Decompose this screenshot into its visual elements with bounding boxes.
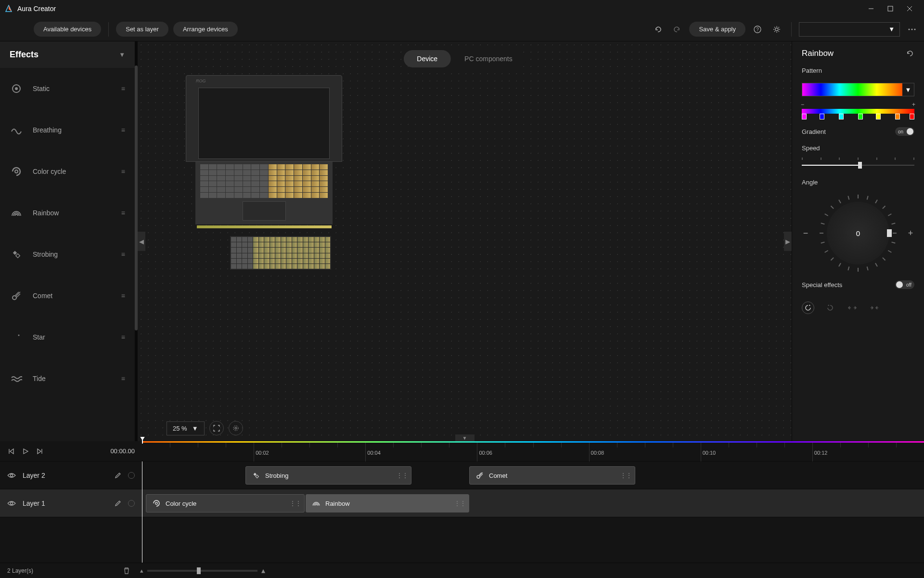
gradient-stop[interactable] [895, 114, 900, 119]
special-effects-toggle[interactable]: off [895, 280, 914, 289]
device-keyboard[interactable] [230, 236, 331, 270]
effect-tide[interactable]: Tide≡ [0, 358, 135, 399]
collapse-left-button[interactable]: ◀ [138, 232, 145, 251]
effect-rainbow[interactable]: Rainbow≡ [0, 192, 135, 234]
effect-label: Star [33, 333, 112, 341]
minus-button[interactable]: − [801, 101, 804, 108]
effect-breathing[interactable]: Breathing≡ [0, 109, 135, 151]
undo-button[interactable] [651, 22, 665, 37]
clip-handle-icon[interactable]: ⋮⋮ [620, 472, 632, 479]
layer-track[interactable]: Color cycle⋮⋮Rainbow⋮⋮ [142, 489, 924, 517]
tab-device[interactable]: Device [403, 50, 451, 67]
angle-minus-button[interactable]: − [802, 228, 809, 238]
clip-comet[interactable]: Comet⋮⋮ [469, 466, 635, 485]
effect-comet[interactable]: Comet≡ [0, 275, 135, 316]
clip-colorcycle[interactable]: Color cycle⋮⋮ [146, 494, 305, 512]
clip-handle-icon[interactable]: ⋮⋮ [290, 500, 301, 507]
clip-rainbow[interactable]: Rainbow⋮⋮ [306, 494, 469, 512]
next-button[interactable] [36, 447, 44, 455]
layer-track[interactable]: Strobing⋮⋮Comet⋮⋮ [142, 461, 924, 489]
svg-point-24 [155, 502, 158, 505]
help-button[interactable]: ? [750, 22, 765, 37]
drag-handle-icon[interactable]: ≡ [121, 168, 125, 175]
prev-button[interactable] [7, 447, 15, 455]
effect-star[interactable]: Star≡ [0, 316, 135, 358]
layer-color-dot[interactable] [128, 500, 135, 507]
angle-dial[interactable]: 0 [820, 195, 897, 272]
timeline-ruler[interactable]: 00:0200:0400:0600:0800:1000:1200:1 [142, 441, 924, 461]
plus-button[interactable]: + [912, 101, 915, 108]
clip-handle-icon[interactable]: ⋮⋮ [454, 500, 466, 507]
effects-header[interactable]: Effects ▼ [0, 41, 135, 68]
settings-button[interactable] [770, 22, 784, 37]
gradient-toggle[interactable]: on [895, 127, 914, 136]
effect-label: Rainbow [33, 209, 112, 217]
arrange-devices-button[interactable]: Arrange devices [173, 22, 238, 37]
drag-handle-icon[interactable]: ≡ [121, 209, 125, 217]
center-button[interactable] [229, 421, 243, 435]
maximize-button[interactable] [881, 0, 900, 17]
special-effects-label: Special effects [802, 281, 842, 289]
clip-label: Comet [489, 472, 507, 479]
pattern-gradient-select[interactable]: ▼ [802, 83, 914, 96]
gradient-stop[interactable] [839, 114, 844, 119]
effect-colorcycle[interactable]: Color cycle≡ [0, 151, 135, 192]
gradient-stop[interactable] [910, 114, 914, 119]
clip-label: Color cycle [166, 500, 196, 507]
available-devices-button[interactable]: Available devices [34, 22, 101, 37]
fit-screen-button[interactable] [209, 421, 224, 435]
visibility-toggle[interactable] [7, 500, 16, 507]
edit-layer-button[interactable] [115, 472, 121, 479]
preset-select[interactable]: ▼ [799, 22, 900, 37]
gradient-stop[interactable] [820, 114, 824, 119]
drag-handle-icon[interactable]: ≡ [121, 292, 125, 300]
play-button[interactable] [22, 447, 29, 455]
delete-layer-button[interactable] [123, 567, 130, 575]
expand-horizontal-icon[interactable] [846, 302, 859, 314]
zoom-select[interactable]: 25 %▼ [167, 421, 205, 435]
drag-handle-icon[interactable]: ≡ [121, 375, 125, 382]
canvas[interactable]: Device PC components ROG ◀ ▶ 25 %▼ ▼ [138, 41, 792, 441]
collapse-horizontal-icon[interactable] [868, 302, 881, 314]
device-laptop[interactable]: ROG [186, 75, 342, 224]
effect-strobing[interactable]: Strobing≡ [0, 234, 135, 275]
collapse-right-button[interactable]: ▶ [784, 232, 792, 251]
rotate-ccw-icon[interactable] [824, 302, 836, 314]
gradient-stop[interactable] [858, 114, 863, 119]
timeline-layer-row[interactable]: Layer 2Strobing⋮⋮Comet⋮⋮ [0, 461, 924, 489]
rotate-cw-icon[interactable] [802, 302, 814, 314]
reset-button[interactable] [906, 49, 914, 58]
speed-slider[interactable] [802, 160, 914, 170]
zoom-in-icon[interactable]: ▴ [261, 566, 265, 575]
gradient-stops[interactable]: − + [802, 105, 914, 118]
clip-strobing[interactable]: Strobing⋮⋮ [245, 466, 411, 485]
timeline-layer-row[interactable]: Layer 1Color cycle⋮⋮Rainbow⋮⋮ [0, 489, 924, 517]
drag-handle-icon[interactable]: ≡ [121, 333, 125, 341]
clip-handle-icon[interactable]: ⋮⋮ [397, 472, 408, 479]
tab-pc-components[interactable]: PC components [451, 50, 526, 67]
drag-handle-icon[interactable]: ≡ [121, 126, 125, 134]
effect-static[interactable]: Static≡ [0, 68, 135, 109]
set-as-layer-button[interactable]: Set as layer [116, 22, 168, 37]
close-button[interactable] [900, 0, 919, 17]
layer-color-dot[interactable] [128, 472, 135, 479]
collapse-bottom-button[interactable]: ▼ [455, 434, 475, 441]
drag-handle-icon[interactable]: ≡ [121, 250, 125, 258]
zoom-out-icon[interactable]: ▴ [140, 567, 143, 574]
colorcycle-icon [152, 499, 161, 508]
save-apply-button[interactable]: Save & apply [689, 22, 745, 37]
more-button[interactable] [905, 22, 919, 37]
gradient-stop[interactable] [802, 114, 807, 119]
visibility-toggle[interactable] [7, 472, 16, 479]
redo-button[interactable] [670, 22, 684, 37]
drag-handle-icon[interactable]: ≡ [121, 85, 125, 92]
timeline-zoom[interactable]: ▴ ▴ [140, 566, 265, 575]
playhead[interactable] [142, 440, 143, 444]
minimize-button[interactable] [861, 0, 881, 17]
edit-layer-button[interactable] [115, 500, 121, 507]
angle-plus-button[interactable]: + [907, 228, 914, 238]
ruler-label: 00:12 [814, 450, 828, 456]
gradient-stop[interactable] [876, 114, 881, 119]
effect-label: Breathing [33, 126, 112, 134]
svg-rect-13 [13, 251, 17, 255]
